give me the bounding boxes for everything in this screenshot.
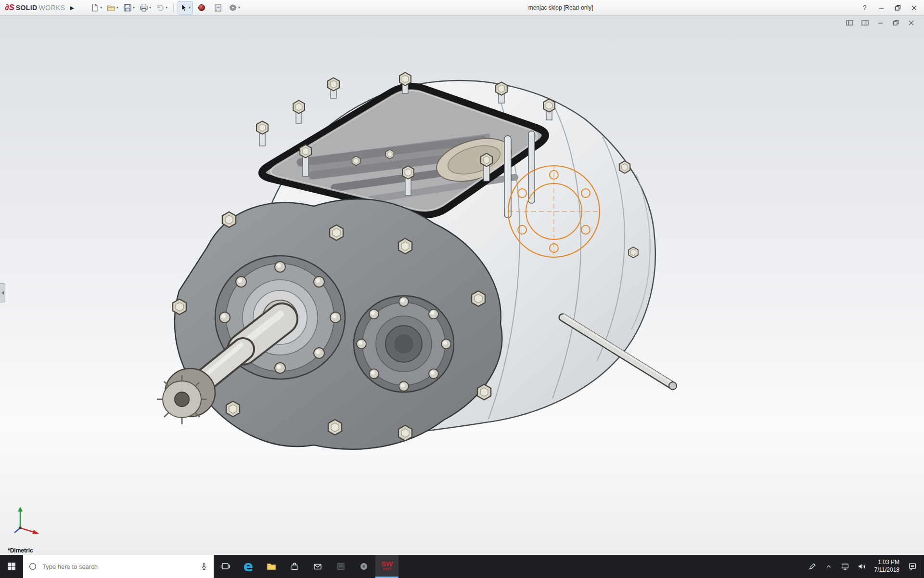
doc-restore-icon (893, 20, 899, 26)
doc-close-button[interactable] (905, 18, 917, 27)
appearance-button[interactable] (194, 1, 209, 14)
pane-right-button[interactable] (859, 18, 871, 27)
mail-icon (312, 561, 323, 572)
options-button[interactable]: ▾ (227, 1, 242, 14)
appearance-sphere-icon (197, 3, 206, 12)
restore-icon (895, 5, 901, 11)
cortana-search-icon (28, 562, 38, 571)
pen-icon (808, 562, 817, 571)
select-cursor-icon (180, 4, 188, 12)
spline-coupler[interactable] (157, 368, 215, 424)
undo-caret-icon: ▾ (166, 6, 167, 10)
task-view-button[interactable] (214, 555, 237, 578)
menu-flyout-arrow[interactable]: ▶ (69, 4, 77, 12)
windows-logo-icon (6, 561, 17, 572)
solidworks-app-icon: SW (381, 560, 393, 567)
standard-toolbar: ▾ ▾ ▾ ▾ ▾ ▾ (89, 1, 242, 14)
gear-icon (229, 3, 237, 12)
speaker-icon (857, 562, 866, 571)
window-controls: ? (857, 0, 922, 15)
model-3d-view[interactable] (0, 15, 924, 555)
minimize-icon (878, 5, 885, 11)
undo-button[interactable]: ▾ (154, 1, 169, 14)
report-sheet-icon (214, 3, 222, 12)
report-button[interactable] (210, 1, 226, 14)
taskbar-search[interactable] (23, 555, 214, 578)
ds-logo-icon: ∂S (5, 3, 14, 13)
clock-time: 1:03 PM (878, 559, 899, 566)
titlebar: ∂S SOLIDWORKS ▶ ▾ ▾ ▾ ▾ ▾ (0, 0, 924, 16)
start-button[interactable] (0, 555, 23, 578)
solidworks-taskbar-button[interactable]: SW 2017 (375, 555, 398, 578)
task-view-icon (220, 561, 231, 572)
clock-date: 7/11/2018 (874, 566, 900, 574)
new-document-caret-icon: ▾ (100, 6, 102, 10)
pane-left-button[interactable] (843, 18, 856, 27)
brand-name-bold: SOLID (16, 4, 38, 12)
pinned-app-icon-2 (359, 561, 369, 572)
open-folder-icon (107, 3, 116, 12)
save-caret-icon: ▾ (133, 6, 135, 10)
system-tray: 1:03 PM 7/11/2018 (804, 555, 924, 578)
doc-close-icon (908, 20, 914, 26)
close-icon (911, 5, 917, 11)
orientation-triad[interactable] (9, 505, 42, 539)
doc-restore-button[interactable] (889, 18, 902, 27)
file-explorer-icon (266, 561, 277, 572)
windows-taskbar: e SW 2017 (0, 555, 924, 578)
network-button[interactable] (837, 555, 853, 578)
taskbar-clock[interactable]: 1:03 PM 7/11/2018 (870, 555, 905, 578)
mail-button[interactable] (306, 555, 329, 578)
show-desktop-button[interactable] (921, 555, 924, 578)
options-caret-icon: ▾ (238, 6, 240, 10)
brand-name-light: WORKS (39, 4, 65, 12)
network-icon (840, 562, 850, 571)
pinned-app-button-2[interactable] (352, 555, 375, 578)
open-document-caret-icon: ▾ (116, 6, 118, 10)
save-button[interactable]: ▾ (121, 1, 137, 14)
new-document-button[interactable]: ▾ (89, 1, 104, 14)
print-caret-icon: ▾ (149, 6, 151, 10)
microphone-icon[interactable] (199, 562, 209, 571)
hidden-icons-button[interactable] (821, 555, 837, 578)
toolbar-separator (173, 3, 174, 13)
close-button[interactable] (906, 1, 922, 14)
pinned-app-button-1[interactable] (329, 555, 352, 578)
print-button[interactable]: ▾ (138, 1, 153, 14)
print-icon (140, 3, 148, 12)
save-icon (123, 3, 132, 12)
open-document-button[interactable]: ▾ (105, 1, 120, 14)
edge-icon: e (244, 559, 253, 574)
document-window-controls (843, 18, 917, 27)
document-title: menjac sklop [Read-only] (528, 4, 593, 11)
store-button[interactable] (283, 555, 306, 578)
solidworks-year-label: 2017 (383, 567, 391, 571)
pane-left-icon (846, 20, 853, 26)
select-tool-caret-icon: ▾ (189, 6, 191, 10)
action-center-icon (908, 562, 917, 571)
ink-workspace-button[interactable] (804, 555, 821, 578)
store-icon (289, 561, 300, 572)
edge-button[interactable]: e (237, 555, 260, 578)
new-document-icon (90, 3, 99, 12)
action-center-button[interactable] (904, 555, 921, 578)
solidworks-logo: ∂S SOLIDWORKS (0, 3, 69, 13)
graphics-area[interactable]: *Dimetric (0, 15, 924, 555)
chevron-up-icon (824, 562, 833, 571)
inspection-cover[interactable] (354, 296, 454, 392)
pane-right-icon (861, 20, 869, 26)
volume-button[interactable] (853, 555, 870, 578)
solidworks-window: ∂S SOLIDWORKS ▶ ▾ ▾ ▾ ▾ ▾ (0, 0, 924, 578)
select-tool-button[interactable]: ▾ (178, 1, 193, 14)
search-input[interactable] (41, 563, 195, 571)
view-orientation-label: *Dimetric (8, 547, 33, 554)
pinned-app-icon-1 (335, 561, 346, 572)
doc-minimize-icon (877, 20, 884, 26)
doc-minimize-button[interactable] (874, 18, 886, 27)
help-button[interactable]: ? (857, 1, 873, 14)
undo-icon (156, 3, 165, 12)
restore-button[interactable] (889, 1, 906, 14)
minimize-button[interactable] (873, 1, 889, 14)
file-explorer-button[interactable] (260, 555, 283, 578)
